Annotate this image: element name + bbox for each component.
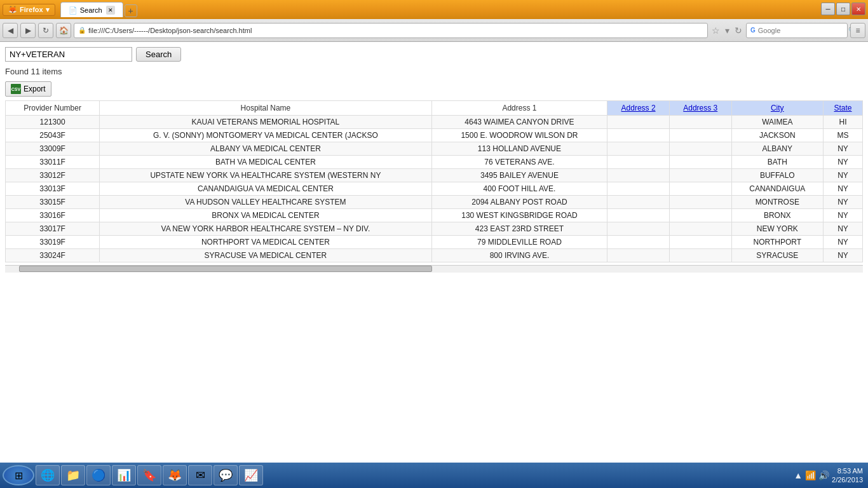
col-header-provider[interactable]: Provider Number — [6, 101, 100, 116]
table-cell: 76 VETERANS AVE. — [431, 156, 607, 169]
maximize-button[interactable]: □ — [836, 3, 850, 15]
reload-button[interactable]: ↻ — [38, 23, 53, 38]
col-header-addr1[interactable]: Address 1 — [431, 101, 607, 116]
table-cell — [669, 156, 731, 169]
table-cell: 33019F — [6, 236, 100, 249]
table-cell: 33009F — [6, 142, 100, 156]
table-cell — [607, 169, 670, 182]
table-cell: NY — [824, 182, 863, 196]
bookmark-star-icon[interactable]: ☆ — [712, 25, 720, 36]
table-cell — [607, 116, 670, 129]
table-cell — [607, 209, 670, 222]
table-cell: ALBANY — [731, 142, 823, 156]
table-cell: 33011F — [6, 156, 100, 169]
table-cell: 130 WEST KINGSBRIDGE ROAD — [431, 209, 607, 222]
table-cell: 79 MIDDLEVILLE ROAD — [431, 236, 607, 249]
firefox-button[interactable]: 🦊 Firefox ▾ — [3, 4, 55, 16]
table-row: 33013FCANANDAIGUA VA MEDICAL CENTER400 F… — [6, 182, 863, 196]
table-row: 33017FVA NEW YORK HARBOR HEALTHCARE SYST… — [6, 222, 863, 236]
table-cell: 25043F — [6, 129, 100, 142]
table-cell — [669, 249, 731, 262]
bookmark-list-icon[interactable]: ▾ — [725, 25, 729, 36]
table-cell: MONTROSE — [731, 196, 823, 209]
table-cell: VA NEW YORK HARBOR HEALTHCARE SYSTEM – N… — [100, 222, 432, 236]
table-cell: BATH VA MEDICAL CENTER — [100, 156, 432, 169]
table-cell — [669, 236, 731, 249]
table-cell: UPSTATE NEW YORK VA HEALTHCARE SYSTEM (W… — [100, 169, 432, 182]
tab-close-button[interactable]: ✕ — [106, 6, 115, 15]
table-row: 33019FNORTHPORT VA MEDICAL CENTER79 MIDD… — [6, 236, 863, 249]
back-button[interactable]: ◀ — [3, 23, 18, 38]
new-tab-button[interactable]: + — [125, 4, 137, 17]
search-input[interactable] — [5, 47, 132, 62]
table-cell: 33024F — [6, 249, 100, 262]
table-cell: HI — [824, 116, 863, 129]
table-cell — [669, 182, 731, 196]
search-button[interactable]: Search — [136, 47, 181, 62]
title-bar: 🦊 Firefox ▾ 📄 Search ✕ + ─ □ ✕ — [0, 0, 868, 19]
col-header-addr2[interactable]: Address 2 — [607, 101, 670, 116]
table-cell: BATH — [731, 156, 823, 169]
col-header-hospital[interactable]: Hospital Name — [100, 101, 432, 116]
browser-search-bar[interactable]: G 🔍 — [746, 23, 848, 38]
table-body: 121300KAUAI VETERANS MEMORIAL HOSPITAL46… — [6, 116, 863, 262]
table-row: 33016FBRONX VA MEDICAL CENTER130 WEST KI… — [6, 209, 863, 222]
active-tab[interactable]: 📄 Search ✕ — [60, 2, 123, 17]
table-cell: WAIMEA — [731, 116, 823, 129]
table-cell: 423 EAST 23RD STREET — [431, 222, 607, 236]
table-cell: NORTHPORT VA MEDICAL CENTER — [100, 236, 432, 249]
csv-icon: CSV — [11, 84, 21, 94]
table-cell: 4643 WAIMEA CANYON DRIVE — [431, 116, 607, 129]
table-cell: MS — [824, 129, 863, 142]
export-row: CSV Export — [5, 81, 863, 97]
horizontal-scrollbar[interactable] — [5, 265, 863, 273]
firefox-icon: 🦊 — [8, 6, 17, 14]
table-cell: ALBANY VA MEDICAL CENTER — [100, 142, 432, 156]
table-cell: NY — [824, 209, 863, 222]
table-row: 33011FBATH VA MEDICAL CENTER76 VETERANS … — [6, 156, 863, 169]
table-scroll-area[interactable]: Provider Number Hospital Name Address 1 … — [5, 100, 863, 262]
table-cell: 113 HOLLAND AVENUE — [431, 142, 607, 156]
address-bar[interactable]: 🔒 file:///C:/Users/------/Desktop/json-s… — [74, 23, 708, 38]
col-header-state[interactable]: State — [824, 101, 863, 116]
export-label: Export — [24, 85, 46, 93]
page-content: Search Found 11 items CSV Export Provide… — [0, 42, 868, 463]
table-row: 33024FSYRACUSE VA MEDICAL CENTER800 IRVI… — [6, 249, 863, 262]
table-cell: G. V. (SONNY) MONTGOMERY VA MEDICAL CENT… — [100, 129, 432, 142]
col-header-city[interactable]: City — [731, 101, 823, 116]
table-cell: NEW YORK — [731, 222, 823, 236]
close-button[interactable]: ✕ — [851, 3, 865, 15]
forward-button[interactable]: ▶ — [20, 23, 36, 38]
minimize-button[interactable]: ─ — [821, 3, 835, 15]
table-cell: NY — [824, 142, 863, 156]
table-cell: 33012F — [6, 169, 100, 182]
table-cell: NY — [824, 236, 863, 249]
table-cell — [669, 209, 731, 222]
col-header-addr3[interactable]: Address 3 — [669, 101, 731, 116]
home-button[interactable]: 🏠 — [56, 23, 71, 38]
refresh-icon[interactable]: ↻ — [735, 25, 742, 36]
table-cell: BRONX VA MEDICAL CENTER — [100, 209, 432, 222]
table-header-row: Provider Number Hospital Name Address 1 … — [6, 101, 863, 116]
search-row: Search — [5, 47, 863, 62]
tab-favicon: 📄 — [69, 6, 76, 14]
table-cell — [669, 222, 731, 236]
table-row: 33009FALBANY VA MEDICAL CENTER113 HOLLAN… — [6, 142, 863, 156]
table-cell: CANANDAIGUA — [731, 182, 823, 196]
address-text: file:///C:/Users/------/Desktop/json-sea… — [88, 27, 252, 34]
table-cell — [607, 236, 670, 249]
menu-button[interactable]: ≡ — [850, 23, 865, 38]
table-cell — [669, 116, 731, 129]
table-cell: 2094 ALBANY POST ROAD — [431, 196, 607, 209]
table-cell: CANANDAIGUA VA MEDICAL CENTER — [100, 182, 432, 196]
export-button[interactable]: CSV Export — [5, 81, 51, 97]
table-cell: NY — [824, 156, 863, 169]
table-row: 33015FVA HUDSON VALLEY HEALTHCARE SYSTEM… — [6, 196, 863, 209]
table-cell — [669, 169, 731, 182]
tab-bar: 📄 Search ✕ + — [58, 2, 140, 17]
scroll-thumb[interactable] — [19, 266, 432, 272]
table-cell: NY — [824, 169, 863, 182]
table-cell: 33015F — [6, 196, 100, 209]
browser-search-input[interactable] — [758, 27, 846, 34]
table-row: 121300KAUAI VETERANS MEMORIAL HOSPITAL46… — [6, 116, 863, 129]
